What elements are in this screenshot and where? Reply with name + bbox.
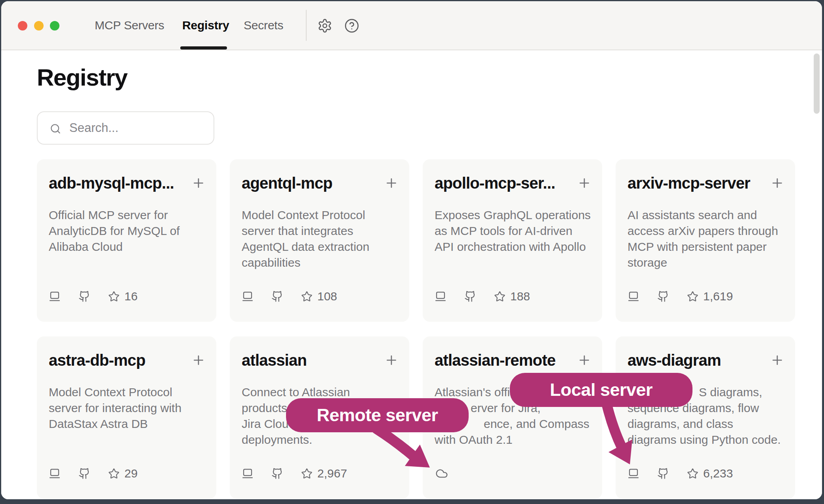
github-icon[interactable]	[78, 290, 90, 302]
github-stars: 1,619	[687, 290, 733, 303]
scrollbar-thumb[interactable]	[814, 53, 820, 114]
plus-icon[interactable]	[385, 353, 398, 367]
server-card-footer: 188	[435, 290, 530, 303]
server-description: Exposes GraphQL operationsas MCP tools f…	[435, 207, 592, 255]
github-stars: 29	[108, 467, 137, 480]
plus-icon[interactable]	[192, 176, 205, 190]
toolbar: MCP Servers Registry Secrets	[1, 1, 822, 50]
plus-icon[interactable]	[771, 176, 784, 190]
window-minimize-button[interactable]	[34, 21, 44, 31]
server-card-footer	[435, 467, 467, 480]
github-stars: 188	[494, 290, 530, 303]
server-description: Official MCP server forAnalyticDB for My…	[49, 207, 206, 255]
laptop-icon	[628, 290, 639, 302]
server-card-footer: 1,619	[628, 290, 733, 303]
star-count: 188	[510, 290, 530, 303]
tab-registry[interactable]: Registry	[182, 19, 229, 32]
github-stars: 2,967	[301, 467, 347, 480]
server-card[interactable]: arxiv-mcp-serverAI assistants search and…	[616, 159, 795, 322]
laptop-icon	[242, 468, 254, 479]
tab-secrets[interactable]: Secrets	[244, 19, 283, 32]
laptop-icon	[435, 290, 446, 302]
local-server-callout: Local server	[510, 373, 692, 407]
server-name: astra-db-mcp	[49, 351, 145, 369]
github-stars: 108	[301, 290, 337, 303]
gear-icon[interactable]	[317, 18, 332, 33]
plus-icon[interactable]	[578, 353, 591, 367]
github-stars: 16	[108, 290, 137, 303]
server-card[interactable]: aws-diagramS diagrams,sequence diagrams,…	[616, 336, 795, 499]
github-icon[interactable]	[464, 290, 476, 302]
server-name: agentql-mcp	[242, 174, 332, 192]
star-count: 6,233	[703, 467, 733, 480]
github-icon[interactable]	[657, 468, 669, 479]
server-name: arxiv-mcp-server	[628, 174, 750, 192]
star-icon	[301, 468, 313, 479]
laptop-icon	[628, 468, 639, 479]
server-card-footer: 6,233	[628, 467, 733, 480]
plus-icon[interactable]	[192, 353, 205, 367]
star-count: 16	[124, 290, 137, 303]
server-name: adb-mysql-mcp...	[49, 174, 174, 192]
window-close-button[interactable]	[18, 21, 27, 31]
laptop-icon	[49, 290, 61, 302]
server-description: Model Context Protocolserver that integr…	[242, 207, 399, 271]
help-icon[interactable]	[344, 18, 359, 33]
server-name: atlassian	[242, 351, 307, 369]
plus-icon[interactable]	[578, 176, 591, 190]
star-icon	[301, 291, 313, 302]
star-icon	[108, 291, 120, 302]
server-name: apollo-mcp-ser...	[435, 174, 555, 192]
toolbar-divider	[306, 10, 307, 41]
star-icon	[494, 291, 505, 302]
window-zoom-button[interactable]	[50, 21, 59, 31]
github-icon[interactable]	[657, 290, 669, 302]
laptop-icon	[49, 468, 61, 479]
github-stars: 6,233	[687, 467, 733, 480]
server-card[interactable]: apollo-mcp-ser...Exposes GraphQL operati…	[423, 159, 602, 322]
star-count: 29	[124, 467, 137, 480]
server-card-footer: 2,967	[242, 467, 347, 480]
server-name: atlassian-remote	[435, 351, 555, 369]
star-count: 1,619	[703, 290, 733, 303]
github-icon[interactable]	[271, 290, 283, 302]
tab-mcp-servers[interactable]: MCP Servers	[95, 19, 164, 32]
server-card-footer: 108	[242, 290, 337, 303]
star-icon	[687, 468, 698, 479]
server-description: AI assistants search andaccess arXiv pap…	[628, 207, 785, 271]
github-icon[interactable]	[78, 468, 90, 479]
active-tab-indicator	[180, 46, 227, 50]
star-count: 2,967	[317, 467, 347, 480]
server-card[interactable]: adb-mysql-mcp...Official MCP server forA…	[37, 159, 216, 322]
plus-icon[interactable]	[385, 176, 398, 190]
star-icon	[108, 468, 120, 479]
laptop-icon	[242, 290, 254, 302]
star-count: 108	[317, 290, 337, 303]
remote-server-callout: Remote server	[286, 398, 469, 432]
server-name: aws-diagram	[628, 351, 721, 369]
server-card-footer: 29	[49, 467, 137, 480]
cloud-icon	[435, 467, 449, 480]
server-card[interactable]: agentql-mcpModel Context Protocolserver …	[230, 159, 409, 322]
server-card-footer: 16	[49, 290, 137, 303]
star-icon	[687, 291, 698, 302]
server-card[interactable]: astra-db-mcpModel Context Protocolserver…	[37, 336, 216, 499]
server-description: Model Context Protocolserver for interac…	[49, 384, 206, 432]
github-icon[interactable]	[271, 468, 283, 479]
plus-icon[interactable]	[771, 353, 784, 367]
